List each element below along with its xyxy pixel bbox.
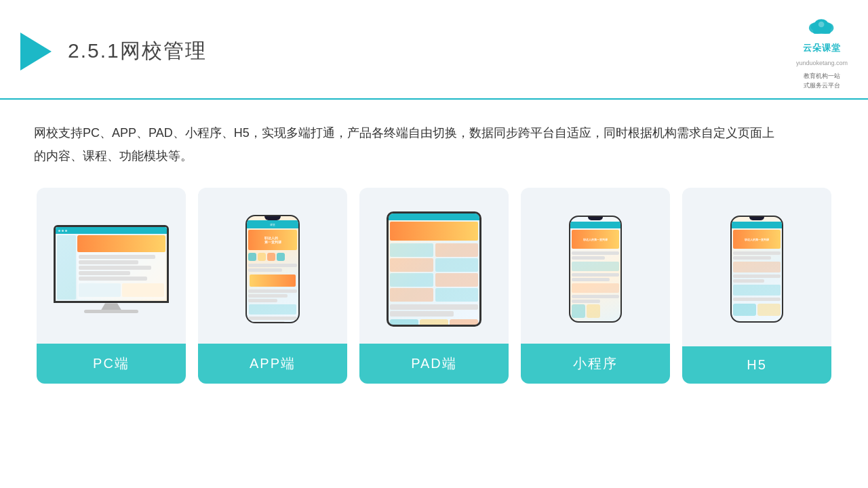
app-card-label: APP端 (198, 344, 347, 384)
pad-device-image (359, 188, 509, 344)
pad-card-label: PAD端 (359, 344, 509, 384)
main-content: 网校支持PC、APP、PAD、小程序、H5，实现多端打通，产品各终端自由切换，数… (0, 100, 868, 397)
brand-name: 云朵课堂 (803, 42, 841, 54)
cloud-logo-icon (804, 12, 840, 37)
mini-phone-body: 职达人的第一堂判课 (569, 216, 622, 323)
pc-device-image (37, 188, 186, 344)
pc-card: PC端 (37, 188, 186, 384)
mini-card-label: 小程序 (521, 344, 670, 384)
header-left: 2.5.1网校管理 (20, 33, 207, 70)
h5-phone-body: 职达人的第一堂判课 (730, 216, 783, 323)
h5-phone-mockup: 职达人的第一堂判课 (730, 216, 783, 323)
mini-phone-mockup: 职达人的第一堂判课 (569, 216, 622, 323)
mini-card: 职达人的第一堂判课 (521, 188, 670, 384)
svg-rect-5 (813, 29, 831, 34)
mini-device-image: 职达人的第一堂判课 (521, 188, 670, 344)
h5-card-label: H5 (682, 346, 831, 384)
h5-device-image: 职达人的第一堂判课 (682, 188, 831, 344)
app-phone-mockup: 课堂 职达人的第一堂判课 (245, 215, 300, 323)
header: 2.5.1网校管理 云朵课堂 yunduoketang.com 教育机构一站式服… (0, 0, 868, 100)
app-phone-body: 课堂 职达人的第一堂判课 (245, 215, 300, 323)
pad-tablet-mockup (387, 211, 481, 327)
pc-card-label: PC端 (37, 344, 186, 384)
page-title: 2.5.1网校管理 (68, 37, 207, 65)
app-device-image: 课堂 职达人的第一堂判课 (198, 188, 347, 344)
app-card: 课堂 职达人的第一堂判课 (198, 188, 347, 384)
description-text: 网校支持PC、APP、PAD、小程序、H5，实现多端打通，产品各终端自由切换，数… (34, 121, 780, 167)
svg-point-6 (818, 22, 825, 28)
brand-tagline: 教育机构一站式服务云平台 (804, 72, 840, 90)
device-cards-container: PC端 课堂 职达人的第一堂判课 (34, 188, 834, 384)
pc-screen (54, 225, 169, 303)
h5-card: 职达人的第一堂判课 (682, 188, 831, 384)
pad-tablet-body (387, 211, 481, 327)
brand-url: yunduoketang.com (796, 60, 848, 66)
pad-card: PAD端 (359, 188, 509, 384)
brand-logo: 云朵课堂 yunduoketang.com 教育机构一站式服务云平台 (796, 12, 848, 90)
pc-mockup (54, 225, 169, 313)
logo-triangle-icon (20, 33, 52, 70)
